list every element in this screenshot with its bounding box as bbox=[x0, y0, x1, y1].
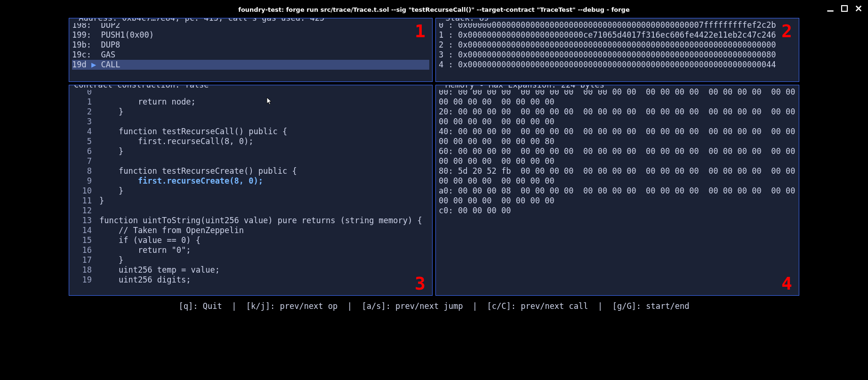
titlebar: foundry-test: forge run src/trace/Trace.… bbox=[5, 4, 863, 15]
source-row: 1 return node; bbox=[72, 97, 429, 107]
source-text: return node; bbox=[92, 97, 196, 107]
line-number: 18 bbox=[72, 265, 92, 275]
source-text: } bbox=[92, 255, 123, 265]
debugger-grid: Address: 0xb4c7…7e84, pc: 413, call's ga… bbox=[5, 18, 863, 296]
source-text: } bbox=[92, 196, 104, 206]
source-row: 5 first.recurseCall(8, 0); bbox=[72, 137, 429, 146]
source-text: function testRecurseCreate() public { bbox=[92, 166, 297, 176]
memory-panel[interactable]: Memory - Max Expansion: 224 bytes 4 00: … bbox=[435, 85, 799, 296]
statusbar: [q]: Quit | [k/j]: prev/next op | [a/s]:… bbox=[5, 296, 863, 311]
source-title: Contract construction: false bbox=[72, 85, 211, 90]
source-row: 14 // Taken from OpenZeppelin bbox=[72, 226, 429, 235]
source-row: 15 if (value == 0) { bbox=[72, 235, 429, 245]
stack-title: Stack: 89 bbox=[439, 18, 490, 23]
stack-row: 2 : 0x0000000000000000000000000000000000… bbox=[439, 40, 796, 50]
source-row: 4 function testRecurseCall() public { bbox=[72, 127, 429, 137]
source-text: function uintToString(uint256 value) pur… bbox=[92, 216, 422, 226]
opcode-row: 19b: DUP8 bbox=[72, 40, 429, 50]
memory-row: 60: 00 00 00 00 00 00 00 00 00 00 00 00 … bbox=[439, 146, 796, 156]
source-text: } bbox=[92, 146, 123, 156]
source-row: 12 bbox=[72, 206, 429, 216]
panel-number-2: 2 bbox=[781, 22, 792, 40]
source-body: 01 return node;2 }34 function testRecurs… bbox=[72, 87, 429, 285]
source-row: 19 uint256 digits; bbox=[72, 275, 429, 285]
stack-row: 1 : 0x000000000000000000000000ce71065d40… bbox=[439, 30, 796, 40]
source-row: 16 return "0"; bbox=[72, 245, 429, 255]
line-number: 12 bbox=[72, 206, 92, 216]
stack-body: 0 : 0x0000000000000000000000000000000000… bbox=[439, 20, 796, 70]
memory-row: 00 00 00 00 00 00 00 00 bbox=[439, 156, 796, 166]
pointer-icon: ▶ bbox=[91, 60, 96, 69]
window-title: foundry-test: forge run src/trace/Trace.… bbox=[238, 5, 630, 15]
panel-number-1: 1 bbox=[415, 22, 426, 40]
maximize-icon[interactable] bbox=[841, 5, 848, 12]
opcode-row: 19d ▶ CALL bbox=[72, 60, 429, 70]
source-row: 9 first.recurseCreate(8, 0); bbox=[72, 176, 429, 186]
memory-row: 00 00 00 00 00 00 00 80 bbox=[439, 137, 796, 146]
source-text: } bbox=[92, 107, 123, 117]
opcodes-title: Address: 0xb4c7…7e84, pc: 413, call's ga… bbox=[72, 18, 326, 23]
memory-row: 00 00 00 00 00 00 00 00 bbox=[439, 196, 796, 206]
line-number: 14 bbox=[72, 226, 92, 235]
close-icon[interactable] bbox=[855, 5, 862, 12]
svg-rect-1 bbox=[842, 6, 847, 11]
memory-title: Memory - Max Expansion: 224 bytes bbox=[439, 85, 606, 90]
source-row: 18 uint256 temp = value; bbox=[72, 265, 429, 275]
line-number: 6 bbox=[72, 146, 92, 156]
line-number: 8 bbox=[72, 166, 92, 176]
source-row: 3 bbox=[72, 117, 429, 127]
source-text: function testRecurseCall() public { bbox=[92, 127, 287, 137]
memory-row: 00 00 00 00 00 00 00 00 bbox=[439, 97, 796, 107]
memory-row: 40: 00 00 00 00 00 00 00 00 00 00 00 00 … bbox=[439, 127, 796, 137]
memory-row: 00 00 00 00 00 00 00 00 bbox=[439, 117, 796, 127]
line-number: 13 bbox=[72, 216, 92, 226]
stack-row: 3 : 0x0000000000000000000000000000000000… bbox=[439, 50, 796, 60]
source-text: } bbox=[92, 186, 123, 196]
memory-body: 00: 00 00 00 00 00 00 00 00 00 00 00 00 … bbox=[439, 87, 796, 216]
source-text: uint256 digits; bbox=[92, 275, 191, 285]
opcodes-body: 198: DUP2199: PUSH1(0x00)19b: DUP819c: G… bbox=[72, 20, 429, 70]
source-row: 8 function testRecurseCreate() public { bbox=[72, 166, 429, 176]
source-text: first.recurseCall(8, 0); bbox=[92, 137, 254, 146]
line-number: 5 bbox=[72, 137, 92, 146]
source-text bbox=[92, 156, 99, 166]
memory-row: a0: 00 00 00 08 00 00 00 00 00 00 00 00 … bbox=[439, 186, 796, 196]
source-row: 11} bbox=[72, 196, 429, 206]
stack-panel[interactable]: Stack: 89 2 0 : 0x0000000000000000000000… bbox=[435, 18, 799, 82]
line-number: 9 bbox=[72, 176, 92, 186]
line-number: 16 bbox=[72, 245, 92, 255]
window-controls bbox=[827, 5, 862, 12]
minimize-icon[interactable] bbox=[827, 5, 834, 12]
line-number: 15 bbox=[72, 235, 92, 245]
source-text: return "0"; bbox=[92, 245, 191, 255]
line-number: 4 bbox=[72, 127, 92, 137]
line-number: 1 bbox=[72, 97, 92, 107]
source-row: 6 } bbox=[72, 146, 429, 156]
source-row: 7 bbox=[72, 156, 429, 166]
line-number: 3 bbox=[72, 117, 92, 127]
opcodes-panel[interactable]: Address: 0xb4c7…7e84, pc: 413, call's ga… bbox=[69, 18, 433, 82]
source-panel[interactable]: Contract construction: false 3 01 return… bbox=[69, 85, 433, 296]
source-row: 13function uintToString(uint256 value) p… bbox=[72, 216, 429, 226]
line-number: 7 bbox=[72, 156, 92, 166]
source-text bbox=[92, 117, 99, 127]
line-number: 17 bbox=[72, 255, 92, 265]
source-text: // Taken from OpenZeppelin bbox=[92, 226, 244, 235]
source-row: 2 } bbox=[72, 107, 429, 117]
line-number: 11 bbox=[72, 196, 92, 206]
memory-row: 20: 00 00 00 00 00 00 00 00 00 00 00 00 … bbox=[439, 107, 796, 117]
memory-row: c0: 00 00 00 00 bbox=[439, 206, 796, 216]
source-row: 10 } bbox=[72, 186, 429, 196]
panel-number-4: 4 bbox=[781, 275, 792, 292]
line-number: 19 bbox=[72, 275, 92, 285]
opcode-row: 19c: GAS bbox=[72, 50, 429, 60]
source-row: 17 } bbox=[72, 255, 429, 265]
source-text: first.recurseCreate(8, 0); bbox=[92, 176, 263, 186]
stack-row: 0 : 0x0000000000000000000000000000000000… bbox=[439, 20, 796, 30]
line-number: 2 bbox=[72, 107, 92, 117]
source-text bbox=[92, 206, 99, 216]
memory-row: 00 00 00 00 00 00 00 00 bbox=[439, 176, 796, 186]
panel-number-3: 3 bbox=[415, 275, 426, 292]
source-text: if (value == 0) { bbox=[92, 235, 201, 245]
source-text: uint256 temp = value; bbox=[92, 265, 220, 275]
